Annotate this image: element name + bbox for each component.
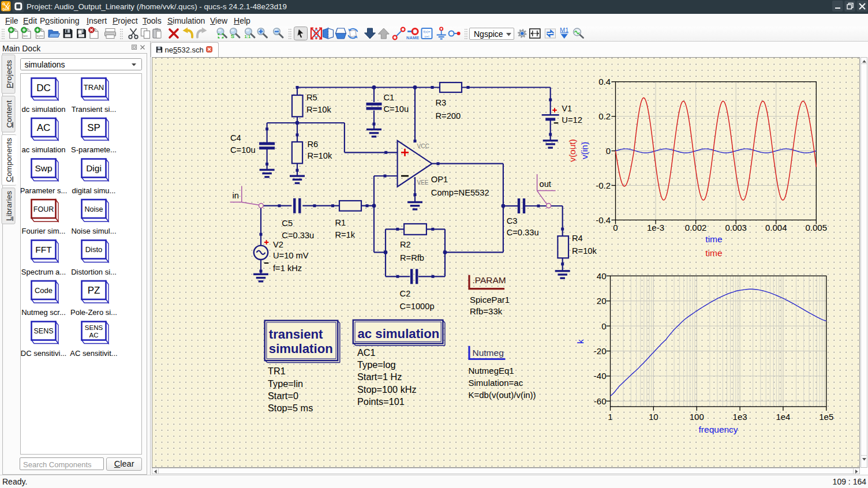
svg-text:f=1 kHz: f=1 kHz bbox=[273, 264, 302, 273]
svg-text:out: out bbox=[540, 179, 551, 189]
svg-text:R6: R6 bbox=[307, 140, 318, 149]
svg-text:sym: sym bbox=[37, 34, 43, 37]
svg-text:Qucs: Qucs bbox=[3, 8, 10, 11]
svg-text:simulation: simulation bbox=[269, 341, 333, 356]
svg-text:Noise: Noise bbox=[85, 205, 103, 213]
svg-text:-60: -60 bbox=[594, 396, 607, 406]
svg-text:M1: M1 bbox=[560, 27, 568, 33]
svg-text:transient: transient bbox=[269, 327, 323, 341]
svg-text:0.004: 0.004 bbox=[765, 223, 787, 232]
svg-text:-40: -40 bbox=[594, 371, 607, 381]
svg-text:Simulation=ac: Simulation=ac bbox=[469, 378, 523, 388]
svg-text:Project: Audio_Output_Linearit: Project: Audio_Output_Linearity (/home/v… bbox=[27, 2, 287, 11]
svg-text:-0.2: -0.2 bbox=[596, 181, 611, 190]
svg-text:R=1k: R=1k bbox=[335, 230, 355, 239]
svg-text:Pole-Zero si...: Pole-Zero si... bbox=[70, 308, 117, 317]
svg-text:AC: AC bbox=[37, 122, 51, 133]
svg-text:10: 10 bbox=[649, 412, 659, 422]
svg-text:0.005: 0.005 bbox=[806, 223, 828, 232]
svg-text:R5: R5 bbox=[306, 93, 317, 102]
svg-text:Noise simul...: Noise simul... bbox=[71, 227, 116, 235]
svg-text:R3: R3 bbox=[436, 98, 447, 107]
svg-text:Transient si...: Transient si... bbox=[72, 105, 117, 114]
svg-text:Stop=5 ms: Stop=5 ms bbox=[268, 403, 313, 413]
svg-text:NutmegEq1: NutmegEq1 bbox=[469, 366, 514, 376]
svg-text:1e3: 1e3 bbox=[733, 412, 747, 422]
svg-text:C=10u: C=10u bbox=[384, 104, 409, 114]
svg-text:0.003: 0.003 bbox=[725, 223, 747, 232]
svg-text:DC sensitivi...: DC sensitivi... bbox=[21, 349, 66, 358]
svg-text:AC: AC bbox=[89, 332, 99, 339]
svg-text:K=db(v(out)/v(in)): K=db(v(out)/v(in)) bbox=[469, 390, 536, 400]
svg-text:Fourier sim...: Fourier sim... bbox=[22, 227, 66, 235]
svg-text:R4: R4 bbox=[572, 234, 583, 243]
svg-text:Parameter s...: Parameter s... bbox=[21, 186, 67, 195]
svg-text:-0.4: -0.4 bbox=[596, 215, 611, 225]
svg-text:C2: C2 bbox=[400, 289, 411, 298]
svg-text:C=0.33u: C=0.33u bbox=[282, 231, 314, 240]
svg-text:frequency: frequency bbox=[699, 425, 738, 434]
svg-text:Stop=100 kHz: Stop=100 kHz bbox=[357, 384, 417, 395]
svg-text:1e4: 1e4 bbox=[776, 412, 790, 422]
svg-text:u+i: u+i bbox=[424, 35, 429, 38]
svg-text:NAME: NAME bbox=[406, 35, 419, 40]
svg-text:0.002: 0.002 bbox=[685, 223, 707, 232]
svg-text:Disto: Disto bbox=[85, 245, 103, 254]
svg-text:f(x)=: f(x)= bbox=[423, 30, 431, 33]
svg-text:R=200: R=200 bbox=[436, 111, 461, 121]
svg-text:-20: -20 bbox=[594, 346, 607, 356]
svg-text:R=Rfb: R=Rfb bbox=[400, 253, 424, 262]
svg-text:Nutmeg: Nutmeg bbox=[473, 348, 504, 358]
svg-text:R1: R1 bbox=[335, 218, 346, 227]
svg-text:SENS: SENS bbox=[33, 327, 53, 335]
svg-text:U=10 mV: U=10 mV bbox=[273, 251, 309, 260]
svg-text:VEE: VEE bbox=[417, 179, 429, 186]
svg-text:SP: SP bbox=[87, 122, 100, 133]
svg-text:DC: DC bbox=[36, 82, 51, 93]
svg-text:Points=101: Points=101 bbox=[357, 396, 405, 407]
svg-text:Content: Content bbox=[5, 100, 13, 128]
svg-text:SENS: SENS bbox=[85, 324, 103, 331]
svg-text:TRAN: TRAN bbox=[84, 83, 104, 92]
svg-text:0.4: 0.4 bbox=[598, 77, 611, 87]
svg-text:C4: C4 bbox=[230, 133, 241, 142]
svg-text:Comp=NE5532: Comp=NE5532 bbox=[431, 188, 489, 197]
svg-text:FFT: FFT bbox=[35, 245, 52, 254]
svg-text:Distortion si...: Distortion si... bbox=[71, 268, 117, 276]
svg-text:OP1: OP1 bbox=[431, 175, 448, 184]
svg-text:PZ: PZ bbox=[88, 285, 100, 296]
svg-text:V2: V2 bbox=[273, 240, 283, 249]
svg-text:Rfb=33k: Rfb=33k bbox=[470, 306, 503, 316]
svg-text:C1: C1 bbox=[384, 93, 395, 102]
svg-text:digital simu...: digital simu... bbox=[72, 186, 116, 195]
svg-text:U=12: U=12 bbox=[562, 115, 582, 125]
svg-text:0.2: 0.2 bbox=[598, 111, 611, 121]
svg-text:Components: Components bbox=[5, 138, 13, 182]
svg-text:Swp: Swp bbox=[35, 163, 52, 173]
svg-text:TR1: TR1 bbox=[268, 366, 286, 376]
svg-text:1e5: 1e5 bbox=[819, 412, 833, 422]
svg-text:1: 1 bbox=[608, 412, 612, 422]
svg-text:ac simulation: ac simulation bbox=[22, 145, 66, 154]
svg-text:FOUR: FOUR bbox=[33, 205, 54, 213]
svg-text:k: k bbox=[575, 339, 585, 344]
svg-text:1e-3: 1e-3 bbox=[647, 223, 664, 232]
svg-text:100: 100 bbox=[690, 412, 704, 422]
svg-text:S: S bbox=[231, 33, 234, 39]
svg-text:40: 40 bbox=[597, 271, 607, 281]
svg-text:.PARAM: .PARAM bbox=[473, 275, 506, 285]
svg-text:Start=0: Start=0 bbox=[268, 391, 298, 401]
svg-text:R=10k: R=10k bbox=[572, 246, 597, 256]
svg-text:Digi: Digi bbox=[86, 163, 102, 173]
svg-text:time: time bbox=[705, 234, 722, 244]
svg-text:0: 0 bbox=[613, 223, 618, 232]
svg-text:C=10u: C=10u bbox=[230, 145, 256, 155]
svg-text:Start=1 Hz: Start=1 Hz bbox=[357, 371, 402, 382]
svg-text:in: in bbox=[233, 191, 239, 200]
svg-text:R=10k: R=10k bbox=[306, 105, 332, 114]
svg-text:0: 0 bbox=[601, 321, 606, 331]
svg-text:S-paramete...: S-paramete... bbox=[71, 145, 117, 154]
svg-text:AC1: AC1 bbox=[357, 347, 376, 358]
svg-text:0: 0 bbox=[606, 146, 611, 156]
svg-text:Type=lin: Type=lin bbox=[268, 378, 303, 389]
